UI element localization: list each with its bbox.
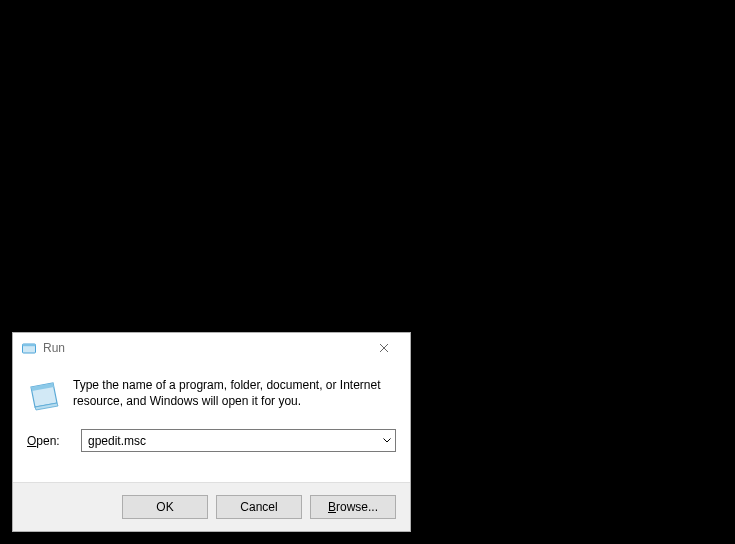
- ok-button[interactable]: OK: [122, 495, 208, 519]
- dialog-top-row: Type the name of a program, folder, docu…: [27, 377, 396, 413]
- close-button[interactable]: [364, 334, 404, 362]
- open-label: Open:: [27, 434, 71, 448]
- dialog-body: Type the name of a program, folder, docu…: [13, 363, 410, 482]
- dialog-footer: OK Cancel Browse...: [13, 482, 410, 531]
- run-dialog: Run Type the name of a program, folder, …: [12, 332, 411, 532]
- cancel-button[interactable]: Cancel: [216, 495, 302, 519]
- run-title-icon: [21, 340, 37, 356]
- titlebar: Run: [13, 333, 410, 363]
- svg-rect-1: [23, 344, 36, 346]
- browse-button[interactable]: Browse...: [310, 495, 396, 519]
- run-large-icon: [27, 379, 61, 413]
- open-row: Open:: [27, 429, 396, 452]
- dialog-title: Run: [43, 341, 364, 355]
- dropdown-button[interactable]: [378, 430, 395, 451]
- open-input[interactable]: [82, 430, 378, 451]
- open-combobox[interactable]: [81, 429, 396, 452]
- dialog-description: Type the name of a program, folder, docu…: [73, 377, 396, 409]
